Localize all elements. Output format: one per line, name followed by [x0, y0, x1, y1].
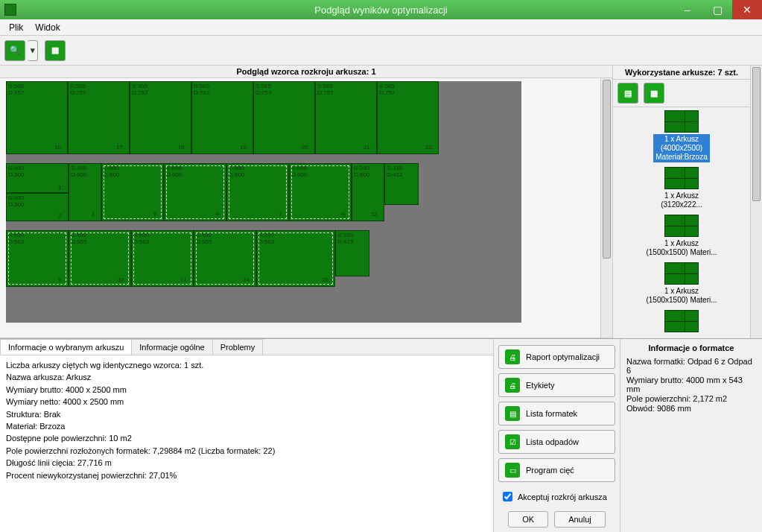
preview-scrollbar[interactable] — [600, 78, 612, 338]
menubar: Plik Widok — [0, 19, 762, 36]
list-icon: ▤ — [624, 89, 632, 98]
thumb-3[interactable]: 1 x Arkusz(1500x1500) Materi... — [617, 215, 746, 258]
labels-button[interactable]: 🖨 Etykiety — [498, 373, 615, 397]
format-info-header: Informacje o formatce — [626, 343, 756, 352]
zoom-dropdown[interactable]: ▾ — [28, 40, 38, 61]
thumb-image-icon — [664, 215, 699, 237]
sheet-info-content: Liczba arkuszy ciętych wg identycznego w… — [0, 355, 493, 532]
thumb-image-icon — [664, 167, 699, 189]
calc-button[interactable]: ▦ — [45, 40, 66, 61]
thumbs-view-grid[interactable]: ▦ — [644, 83, 664, 104]
info-tabs: Informacje o wybranym arkuszu Informacje… — [0, 339, 493, 355]
accept-label: Akceptuj rozkrój arkusza — [518, 493, 607, 501]
thumbs-view-list[interactable]: ▤ — [617, 83, 638, 104]
printer-icon: 🖨 — [505, 378, 520, 393]
pieces-list-button[interactable]: ▤ Lista formatek — [498, 402, 615, 425]
sheet-layout: S:565D:75716. S:565D:75717. S:565D:75718… — [6, 81, 521, 323]
titlebar: Podgląd wyników optymalizacji – ▢ ✕ — [0, 0, 762, 19]
tab-problems[interactable]: Problemy — [212, 339, 263, 355]
menu-plik[interactable]: Plik — [3, 21, 29, 34]
list-check-icon: ☑ — [505, 434, 520, 449]
window-icon: ▭ — [505, 463, 520, 478]
grid-icon: ▦ — [51, 45, 59, 55]
thumb-4[interactable]: 1 x Arkusz(1500x1500) Materi... — [617, 262, 746, 305]
cut-program-button[interactable]: ▭ Program cięć — [498, 458, 615, 482]
thumb-5[interactable] — [617, 310, 746, 332]
ok-button[interactable]: OK — [508, 511, 548, 528]
thumb-image-icon — [664, 262, 699, 285]
scrollbar-thumb[interactable] — [603, 80, 611, 259]
menu-widok[interactable]: Widok — [29, 21, 66, 34]
grid-icon: ▦ — [650, 89, 658, 98]
waste-list-button[interactable]: ☑ Lista odpadów — [498, 430, 615, 454]
cancel-button[interactable]: Anuluj — [554, 511, 606, 528]
format-info: Informacje o formatce Nazwa formatki: Od… — [620, 339, 762, 532]
tab-general-info[interactable]: Informacje ogólne — [131, 339, 212, 355]
scrollbar-thumb[interactable] — [752, 67, 761, 201]
list-icon: ▤ — [505, 406, 520, 421]
thumb-image-icon — [664, 310, 699, 332]
printer-icon: 🖨 — [505, 349, 520, 364]
window-title: Podgląd wyników optymalizacji — [0, 4, 762, 16]
zoom-button[interactable]: 🔍 — [4, 40, 25, 61]
chevron-down-icon: ▾ — [31, 45, 35, 55]
tab-sheet-info[interactable]: Informacje o wybranym arkuszu — [0, 339, 132, 355]
preview-canvas[interactable]: S:565D:75716. S:565D:75717. S:565D:75718… — [0, 78, 600, 338]
thumbs-scrollbar[interactable] — [750, 66, 762, 338]
toolbar: 🔍 ▾ ▦ — [0, 36, 762, 66]
thumb-image-icon — [664, 110, 699, 133]
preview-header: Podgląd wzorca rozkroju arkusza: 1 — [0, 66, 612, 78]
thumb-1[interactable]: 1 x Arkusz(4000x2500)Materiał:Brzoza — [617, 110, 746, 162]
sheet-thumbnails[interactable]: 1 x Arkusz(4000x2500)Materiał:Brzoza 1 x… — [613, 107, 750, 338]
magnifier-icon: 🔍 — [10, 45, 20, 55]
action-buttons: 🖨 Raport optymalizacji 🖨 Etykiety ▤ List… — [494, 339, 620, 532]
report-button[interactable]: 🖨 Raport optymalizacji — [498, 345, 615, 369]
thumb-2[interactable]: 1 x Arkusz(3120x222... — [617, 167, 746, 210]
used-sheets-header: Wykorzystane arkusze: 7 szt. — [613, 66, 750, 80]
accept-checkbox[interactable] — [503, 492, 512, 501]
